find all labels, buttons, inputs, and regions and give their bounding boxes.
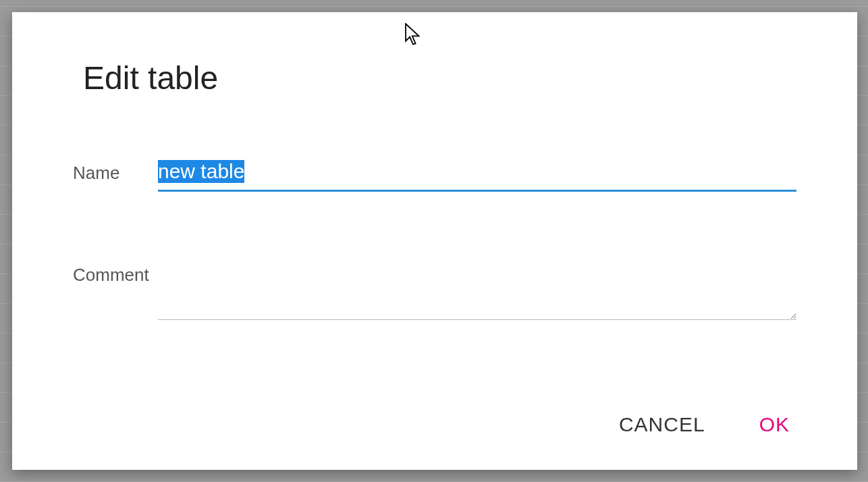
name-input[interactable] (158, 157, 796, 192)
name-label: Name (73, 157, 158, 184)
dialog-title: Edit table (83, 59, 796, 97)
cancel-button[interactable]: CANCEL (619, 413, 705, 436)
dialog-button-row: CANCEL OK (73, 413, 796, 436)
comment-input[interactable] (158, 259, 796, 320)
comment-label: Comment (73, 259, 158, 286)
name-field-row: Name (73, 157, 796, 192)
edit-table-dialog: Edit table Name Comment CANCEL OK (12, 12, 857, 470)
comment-field-row: Comment (73, 259, 796, 320)
ok-button[interactable]: OK (759, 413, 790, 436)
